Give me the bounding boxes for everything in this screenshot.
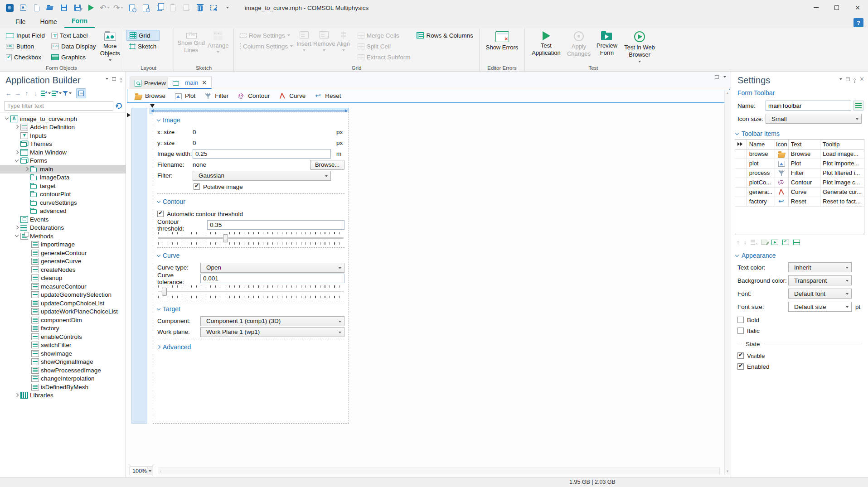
tree-expander-icon[interactable] xyxy=(24,275,30,281)
tree-expander-icon[interactable] xyxy=(24,166,30,172)
tree-expander-icon[interactable] xyxy=(24,359,30,365)
reset-toolbar-button[interactable]: Reset xyxy=(311,92,344,101)
tree-item[interactable]: showImage xyxy=(0,349,126,358)
compile-button[interactable] xyxy=(140,2,151,13)
section-image-header[interactable]: Image xyxy=(157,114,344,126)
tree-expander-icon[interactable] xyxy=(24,376,30,382)
add-item-button[interactable] xyxy=(771,240,778,245)
plot-toolbar-button[interactable]: Plot xyxy=(171,92,199,101)
tree-expander-icon[interactable] xyxy=(24,199,30,206)
customize-qat-button[interactable] xyxy=(221,2,233,13)
visible-checkbox[interactable] xyxy=(737,352,744,359)
expand-all-button[interactable] xyxy=(52,89,62,98)
icon-size-dropdown[interactable]: Small xyxy=(766,114,862,124)
zoom-dropdown-button[interactable] xyxy=(147,467,153,475)
toolbar-item-row[interactable]: process Filter Plot filtered i... xyxy=(735,168,864,178)
checkbox-object-button[interactable]: Checkbox xyxy=(3,52,48,63)
tree-expander-icon[interactable] xyxy=(14,158,20,164)
font-dropdown[interactable]: Default font xyxy=(788,289,852,299)
sketch-mode-button[interactable]: Sketch xyxy=(126,41,160,52)
more-objects-button[interactable]: More Objects xyxy=(100,30,120,61)
toolbar-item-row[interactable]: plotCo... Contour Plot image c... xyxy=(735,178,864,187)
minimize-button[interactable] xyxy=(805,0,826,15)
tree-expander-icon[interactable] xyxy=(24,250,30,256)
forward-button[interactable]: → xyxy=(14,89,22,98)
slider-thumb[interactable] xyxy=(162,288,167,296)
tree-expander-icon[interactable] xyxy=(24,241,30,248)
tab-main[interactable]: main ✕ xyxy=(168,77,212,89)
select-region-button[interactable] xyxy=(208,2,219,13)
tree-expander-icon[interactable] xyxy=(24,174,30,181)
help-button[interactable]: ? xyxy=(853,18,863,27)
close-tab-icon[interactable]: ✕ xyxy=(202,79,207,86)
tree-item[interactable]: Forms xyxy=(0,157,126,165)
contour-toolbar-button[interactable]: Contour xyxy=(234,92,273,101)
tree-item[interactable]: importImage xyxy=(0,241,126,249)
rows-columns-button[interactable]: Rows & Columns xyxy=(413,30,476,41)
tree-item[interactable]: Add-in Definition xyxy=(0,123,126,132)
tree-item[interactable]: measureContour xyxy=(0,282,126,291)
row-handle-cell[interactable] xyxy=(735,168,747,178)
preview-report-button[interactable] xyxy=(126,2,138,13)
button-object-button[interactable]: Button xyxy=(3,41,48,52)
section-contour-header[interactable]: Contour xyxy=(157,196,344,207)
name-input[interactable] xyxy=(766,101,851,111)
toolbar-item-row[interactable]: browse Browse Load image... xyxy=(735,149,864,159)
tree-item[interactable]: changeInterpolation xyxy=(0,375,126,383)
model-manager-button[interactable] xyxy=(17,2,29,13)
tree-expander-icon[interactable] xyxy=(14,233,20,239)
input-field-button[interactable]: Input Field xyxy=(3,30,48,41)
tree-item[interactable]: updateCompChoiceList xyxy=(0,299,126,308)
tree-item[interactable]: switchFilter xyxy=(0,341,126,350)
tree-expander-icon[interactable] xyxy=(24,208,30,214)
filter-toolbar-button[interactable]: Filter xyxy=(201,92,232,101)
curve-tolerance-slider[interactable] xyxy=(158,285,344,299)
add-toggle-item-button[interactable] xyxy=(782,240,789,245)
toolbar-items-header[interactable]: Toolbar Items xyxy=(736,130,868,137)
component-dropdown[interactable]: Component 1 (comp1) (3D) xyxy=(200,316,344,326)
tree-item[interactable]: componentDim xyxy=(0,316,126,324)
row-handle-cell[interactable] xyxy=(735,197,747,206)
tree-expander-icon[interactable] xyxy=(14,141,20,147)
browse-toolbar-button[interactable]: Browse xyxy=(131,92,169,101)
tree-item[interactable]: showProcessedImage xyxy=(0,366,126,375)
auto-threshold-checkbox[interactable] xyxy=(157,211,164,217)
tab-home[interactable]: Home xyxy=(33,16,64,28)
tree-filter-input[interactable] xyxy=(5,101,113,111)
tree-expander-icon[interactable] xyxy=(14,216,20,222)
redo-button[interactable]: ↷ xyxy=(112,2,124,13)
font-size-dropdown[interactable]: Default size xyxy=(788,302,852,312)
filter-dropdown[interactable]: Gaussian xyxy=(193,171,331,181)
tree-item[interactable]: target xyxy=(0,182,126,190)
editor-tabs-menu-icon[interactable] xyxy=(723,76,726,78)
tree-expander-icon[interactable] xyxy=(24,266,30,273)
refresh-icon[interactable] xyxy=(115,102,123,110)
move-down-button[interactable]: ↓ xyxy=(32,89,40,98)
tree-expander-icon[interactable] xyxy=(24,317,30,323)
section-target-header[interactable]: Target xyxy=(157,303,344,315)
tree-item[interactable]: advanced xyxy=(0,207,126,216)
toolbar-item-row[interactable]: plot Plot Plot importe... xyxy=(735,159,864,168)
tree-expander-icon[interactable] xyxy=(14,149,20,155)
tree-expander-icon[interactable] xyxy=(24,309,30,315)
scroll-up-icon[interactable]: ▴ xyxy=(727,91,729,95)
tree-expander-icon[interactable] xyxy=(14,225,20,231)
close-button[interactable]: ✕ xyxy=(847,0,868,15)
tree-expander-icon[interactable] xyxy=(24,384,30,390)
slider-thumb[interactable] xyxy=(223,234,228,242)
image-width-input[interactable] xyxy=(193,149,331,159)
back-button[interactable]: ← xyxy=(5,89,13,98)
tree-item[interactable]: curveSettings xyxy=(0,198,126,207)
float-panel-icon[interactable] xyxy=(112,77,116,81)
move-item-down-button[interactable]: ↓ xyxy=(744,239,747,246)
tree-item[interactable]: showOriginalImage xyxy=(0,358,126,366)
curve-tolerance-input[interactable] xyxy=(200,274,344,283)
tree-expander-icon[interactable] xyxy=(24,350,30,357)
section-advanced-header[interactable]: Advanced xyxy=(157,341,344,353)
toolbar-item-row[interactable]: genera... Curve Generate cur... xyxy=(735,187,864,197)
tree-expander-icon[interactable] xyxy=(14,124,20,130)
toolbar-item-row[interactable]: factory Reset Reset to fact... xyxy=(735,197,864,206)
save-button[interactable] xyxy=(58,2,70,13)
row-handle-cell[interactable] xyxy=(735,178,747,187)
panel-menu-icon[interactable] xyxy=(839,78,842,80)
